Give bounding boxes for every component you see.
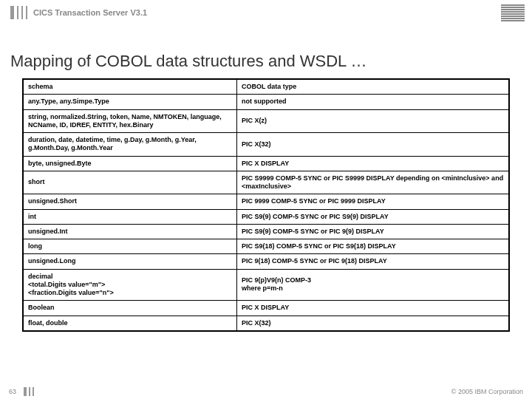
table-row: unsigned.IntPIC S9(9) COMP-5 SYNC or PIC… [23,224,509,239]
cell-cobol: PIC S9(9) COMP-5 SYNC or PIC S9(9) DISPL… [237,209,509,224]
cell-cobol: PIC X(z) [237,109,509,133]
mapping-table-wrap: schema COBOL data type any.Type, any.Sim… [0,78,532,332]
cell-cobol: PIC 9(18) COMP-5 SYNC or PIC 9(18) DISPL… [237,254,509,269]
cell-schema: short [23,171,237,194]
cell-schema: decimal<total.Digits value="m"><fraction… [23,269,237,301]
page-number: 63 [9,388,16,395]
cell-cobol: PIC X(32) [237,316,509,331]
table-row: decimal<total.Digits value="m"><fraction… [23,269,509,301]
col-schema: schema [23,79,237,95]
cell-schema: unsigned.Short [23,194,237,209]
product-name: CICS Transaction Server V3.1 [33,8,501,17]
ibm-logo-icon [501,4,525,21]
cell-cobol: PIC S9999 COMP-5 SYNC or PIC S9999 DISPL… [237,171,509,194]
cell-schema: unsigned.Long [23,254,237,269]
cell-schema: int [23,209,237,224]
cell-schema: byte, unsigned.Byte [23,156,237,171]
table-row: string, normalized.String, token, Name, … [23,109,509,133]
table-header-row: schema COBOL data type [23,79,509,95]
table-row: shortPIC S9999 COMP-5 SYNC or PIC S9999 … [23,171,509,194]
header-decor-bars [10,6,27,19]
col-cobol: COBOL data type [237,79,509,95]
cell-schema: duration, date, datetime, time, g.Day, g… [23,133,237,157]
cell-schema: long [23,239,237,254]
cell-schema: string, normalized.String, token, Name, … [23,109,237,133]
table-row: float, doublePIC X(32) [23,316,509,331]
table-row: longPIC S9(18) COMP-5 SYNC or PIC S9(18)… [23,239,509,254]
header-underline [0,25,532,35]
copyright: © 2005 IBM Corporation [451,388,523,395]
cell-cobol: not supported [237,95,509,109]
mapping-table: schema COBOL data type any.Type, any.Sim… [22,78,510,332]
table-row: BooleanPIC X DISPLAY [23,301,509,316]
cell-schema: float, double [23,316,237,331]
footer-decor-bars [24,387,34,396]
cell-cobol: PIC S9(18) COMP-5 SYNC or PIC S9(18) DIS… [237,239,509,254]
table-row: intPIC S9(9) COMP-5 SYNC or PIC S9(9) DI… [23,209,509,224]
cell-cobol: PIC 9(p)V9(n) COMP-3where p=m-n [237,269,509,301]
slide-footer: 63 © 2005 IBM Corporation [0,387,532,396]
table-row: unsigned.LongPIC 9(18) COMP-5 SYNC or PI… [23,254,509,269]
cell-schema: Boolean [23,301,237,316]
slide-title: Mapping of COBOL data structures and WSD… [0,35,532,78]
table-row: duration, date, datetime, time, g.Day, g… [23,133,509,157]
cell-cobol: PIC X DISPLAY [237,301,509,316]
slide-header: CICS Transaction Server V3.1 [0,0,532,25]
cell-cobol: PIC 9999 COMP-5 SYNC or PIC 9999 DISPLAY [237,194,509,209]
cell-schema: unsigned.Int [23,224,237,239]
table-row: unsigned.ShortPIC 9999 COMP-5 SYNC or PI… [23,194,509,209]
cell-cobol: PIC X DISPLAY [237,156,509,171]
table-row: byte, unsigned.BytePIC X DISPLAY [23,156,509,171]
cell-schema: any.Type, any.Simpe.Type [23,95,237,109]
cell-cobol: PIC X(32) [237,133,509,157]
cell-cobol: PIC S9(9) COMP-5 SYNC or PIC 9(9) DISPLA… [237,224,509,239]
table-row: any.Type, any.Simpe.Typenot supported [23,95,509,109]
